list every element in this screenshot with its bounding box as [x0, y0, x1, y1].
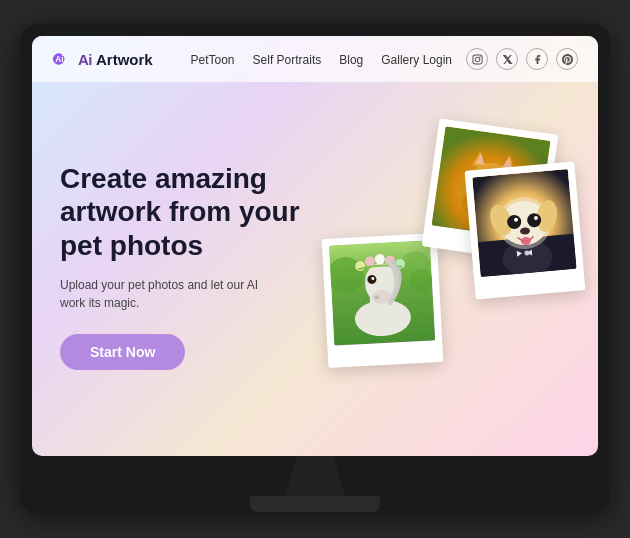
instagram-icon[interactable] — [466, 48, 488, 70]
nav-link-pettoon[interactable]: PetToon — [191, 53, 235, 67]
nav-link-blog[interactable]: Blog — [339, 53, 363, 67]
start-now-button[interactable]: Start Now — [60, 334, 185, 370]
pinterest-icon[interactable] — [556, 48, 578, 70]
polaroid-horse — [322, 233, 444, 368]
logo-icon: Ai — [52, 49, 72, 69]
logo-text-artwork: Artwork — [96, 51, 153, 68]
nav-link-gallerylogin[interactable]: Gallery Login — [381, 53, 452, 67]
screen: Ai Ai Artwork PetToon Self Portraits Blo… — [32, 36, 598, 456]
nav-item-blog[interactable]: Blog — [339, 50, 363, 68]
svg-rect-2 — [472, 54, 481, 63]
svg-point-4 — [479, 56, 480, 57]
hero-right — [315, 116, 570, 416]
svg-point-3 — [475, 57, 480, 62]
nav-item-pettoon[interactable]: PetToon — [191, 50, 235, 68]
nav-links: PetToon Self Portraits Blog Gallery Logi… — [191, 50, 453, 68]
polaroid-dog — [465, 161, 586, 299]
monitor-neck — [285, 456, 345, 496]
nav-social — [466, 48, 578, 70]
nav-item-gallerylogin[interactable]: Gallery Login — [381, 50, 452, 68]
hero-subtitle: Upload your pet photos and let our AI wo… — [60, 276, 280, 312]
logo: Ai Ai Artwork — [52, 49, 153, 69]
twitter-icon[interactable] — [496, 48, 518, 70]
logo-text-ai: Ai — [78, 51, 92, 68]
hero-title: Create amazing artwork from your pet pho… — [60, 162, 315, 263]
nav-link-selfportraits[interactable]: Self Portraits — [253, 53, 322, 67]
hero-left: Create amazing artwork from your pet pho… — [60, 162, 315, 371]
svg-text:Ai: Ai — [55, 54, 63, 64]
monitor-foot — [250, 496, 380, 512]
hero-section: Create amazing artwork from your pet pho… — [32, 82, 598, 450]
facebook-icon[interactable] — [526, 48, 548, 70]
navbar: Ai Ai Artwork PetToon Self Portraits Blo… — [32, 36, 598, 82]
nav-item-selfportraits[interactable]: Self Portraits — [253, 50, 322, 68]
monitor-outer: Ai Ai Artwork PetToon Self Portraits Blo… — [20, 24, 610, 514]
